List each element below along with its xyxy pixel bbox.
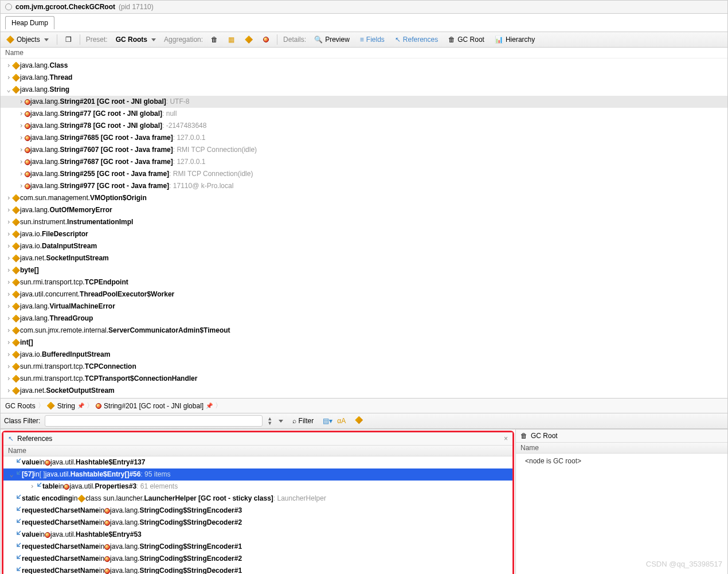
- expand-icon[interactable]: ⌄: [5, 84, 12, 95]
- agg-class-button[interactable]: [242, 34, 255, 45]
- expand-icon[interactable]: ›: [5, 313, 12, 324]
- tree-row[interactable]: › java.lang.String#255 [GC root - Java f…: [1, 168, 727, 180]
- class-icon: [12, 255, 20, 263]
- tree-row[interactable]: › java.lang.String#77 [GC root - JNI glo…: [1, 108, 727, 120]
- tree-row[interactable]: › java.lang.OutOfMemoryError: [1, 204, 727, 216]
- class-icon: [77, 495, 85, 503]
- chevron-down-icon[interactable]: [279, 420, 283, 423]
- expand-icon[interactable]: ›: [5, 373, 12, 384]
- reference-row[interactable]: requestedCharsetName in java.lang.String…: [3, 505, 512, 517]
- expand-icon[interactable]: ›: [5, 277, 12, 288]
- stepper-icon[interactable]: ▲▼: [267, 416, 272, 425]
- expand-icon[interactable]: ›: [5, 385, 12, 396]
- pin-icon[interactable]: 📌: [206, 403, 213, 409]
- expand-icon[interactable]: ›: [18, 157, 25, 167]
- expand-icon[interactable]: ›: [5, 217, 12, 228]
- tree-row[interactable]: › sun.rmi.transport.tcp.TCPEndpoint: [1, 276, 727, 288]
- preview-button[interactable]: 🔍Preview: [312, 34, 352, 45]
- tab-heap-dump[interactable]: Heap Dump: [5, 16, 54, 29]
- agg-pkg-button[interactable]: ▦: [226, 34, 237, 45]
- tree-row[interactable]: › com.sun.management.VMOption$Origin: [1, 192, 727, 204]
- expand-icon[interactable]: ›: [18, 96, 25, 107]
- expand-icon[interactable]: ›: [5, 349, 12, 360]
- reference-row[interactable]: requestedCharsetName in java.lang.String…: [3, 517, 512, 529]
- tree-row[interactable]: › java.lang.Thread: [1, 72, 727, 84]
- class-icon: [12, 62, 20, 70]
- expand-icon[interactable]: ›: [18, 169, 25, 179]
- tree-row[interactable]: › java.lang.Class: [1, 60, 727, 72]
- tree-row[interactable]: › java.util.concurrent.ThreadPoolExecuto…: [1, 288, 727, 300]
- agg-inst-button[interactable]: [261, 36, 271, 44]
- bc-gcroots[interactable]: GC Roots: [5, 402, 36, 410]
- tree-row[interactable]: › com.sun.jmx.remote.internal.ServerComm…: [1, 325, 727, 337]
- expand-icon[interactable]: ›: [5, 60, 12, 71]
- bc-string[interactable]: String: [57, 402, 75, 410]
- tree-row[interactable]: › byte[]: [1, 264, 727, 276]
- references-title: References: [17, 435, 52, 443]
- pin-icon[interactable]: 📌: [77, 403, 84, 409]
- expand-icon[interactable]: ⌄: [8, 469, 15, 480]
- gcroot-button[interactable]: 🗑 GC Root: [446, 34, 487, 45]
- tree-row[interactable]: ⌄ java.lang.String: [1, 84, 727, 96]
- reference-row[interactable]: ⌄ [57] in [ ] java.util.Hashtable$Entry[…: [3, 468, 512, 481]
- reference-row[interactable]: value in java.util.Hashtable$Entry#53: [3, 529, 512, 541]
- reference-row[interactable]: requestedCharsetName in java.lang.String…: [3, 565, 512, 574]
- hierarchy-button[interactable]: 📊 Hierarchy: [492, 34, 537, 45]
- expand-icon[interactable]: ›: [18, 120, 25, 131]
- reference-row[interactable]: › table in java.util.Properties#3 : 61 e…: [3, 481, 512, 493]
- filter-opt1[interactable]: ▤▾: [323, 417, 332, 425]
- tree-row[interactable]: › java.net.SocketInputStream: [1, 252, 727, 264]
- tree-row[interactable]: › java.lang.VirtualMachineError: [1, 300, 727, 313]
- expand-icon[interactable]: ›: [18, 108, 25, 119]
- references-button[interactable]: ↖ References: [393, 34, 440, 45]
- fields-button[interactable]: ≡ Fields: [358, 34, 387, 45]
- tree-row[interactable]: › java.lang.String#977 [GC root - Java f…: [1, 180, 727, 192]
- tree-row[interactable]: › java.net.SocketOutputStream: [1, 385, 727, 397]
- expand-icon[interactable]: ›: [5, 301, 12, 312]
- expand-icon[interactable]: ›: [5, 337, 12, 348]
- expand-icon[interactable]: ›: [18, 132, 25, 143]
- agg-none-button[interactable]: 🗑: [209, 34, 220, 45]
- filter-button[interactable]: ⌕ Filter: [292, 417, 314, 425]
- expand-icon[interactable]: ›: [5, 72, 12, 83]
- watermark: CSDN @qq_35398517: [646, 560, 722, 568]
- filter-opt3[interactable]: [355, 416, 363, 426]
- expand-icon[interactable]: ›: [5, 193, 12, 204]
- tree-row[interactable]: › java.lang.String#201 [GC root - JNI gl…: [1, 96, 727, 108]
- expand-icon[interactable]: ›: [5, 229, 12, 240]
- filter-opt2[interactable]: αA: [337, 417, 346, 425]
- expand-icon[interactable]: ›: [5, 205, 12, 216]
- tree-row[interactable]: › java.lang.String#78 [GC root - JNI glo…: [1, 120, 727, 132]
- expand-icon[interactable]: ›: [18, 181, 25, 192]
- class-filter-input[interactable]: [45, 415, 263, 427]
- expand-icon[interactable]: ›: [29, 481, 36, 492]
- bc-string201[interactable]: String#201 [GC root - JNI global]: [104, 402, 203, 410]
- reference-row[interactable]: static encoding in class sun.launcher.La…: [3, 493, 512, 505]
- tree-row[interactable]: › java.io.FileDescriptor: [1, 228, 727, 240]
- preset-dropdown[interactable]: GC Roots: [113, 34, 158, 45]
- expand-icon[interactable]: ›: [5, 241, 12, 252]
- objects-dropdown[interactable]: Objects: [4, 34, 51, 45]
- new-window-button[interactable]: ❐: [63, 34, 74, 45]
- expand-icon[interactable]: ›: [5, 253, 12, 264]
- tree-row[interactable]: › java.lang.String#7687 [GC root - Java …: [1, 156, 727, 168]
- tree-row[interactable]: › java.lang.ThreadGroup: [1, 313, 727, 325]
- tree-row[interactable]: › java.io.DataInputStream: [1, 240, 727, 252]
- reference-row[interactable]: requestedCharsetName in java.lang.String…: [3, 541, 512, 553]
- expand-icon[interactable]: ›: [5, 361, 12, 372]
- tree-row[interactable]: › java.io.BufferedInputStream: [1, 349, 727, 361]
- reference-row[interactable]: value in java.util.Hashtable$Entry#137: [3, 456, 512, 468]
- tree-row[interactable]: › int[]: [1, 337, 727, 349]
- tree-row[interactable]: › sun.instrument.InstrumentationImpl: [1, 216, 727, 228]
- tree-row[interactable]: › java.lang.String#7685 [GC root - Java …: [1, 132, 727, 144]
- expand-icon[interactable]: ›: [5, 289, 12, 300]
- reference-icon: [15, 469, 22, 480]
- expand-icon[interactable]: ›: [18, 145, 25, 155]
- close-icon[interactable]: ×: [504, 435, 508, 443]
- reference-row[interactable]: requestedCharsetName in java.lang.String…: [3, 553, 512, 565]
- expand-icon[interactable]: ›: [5, 265, 12, 276]
- tree-row[interactable]: › java.lang.String#7607 [GC root - Java …: [1, 144, 727, 156]
- expand-icon[interactable]: ›: [5, 325, 12, 336]
- tree-row[interactable]: › sun.rmi.transport.tcp.TCPConnection: [1, 361, 727, 373]
- tree-row[interactable]: › sun.rmi.transport.tcp.TCPTransport$Con…: [1, 373, 727, 385]
